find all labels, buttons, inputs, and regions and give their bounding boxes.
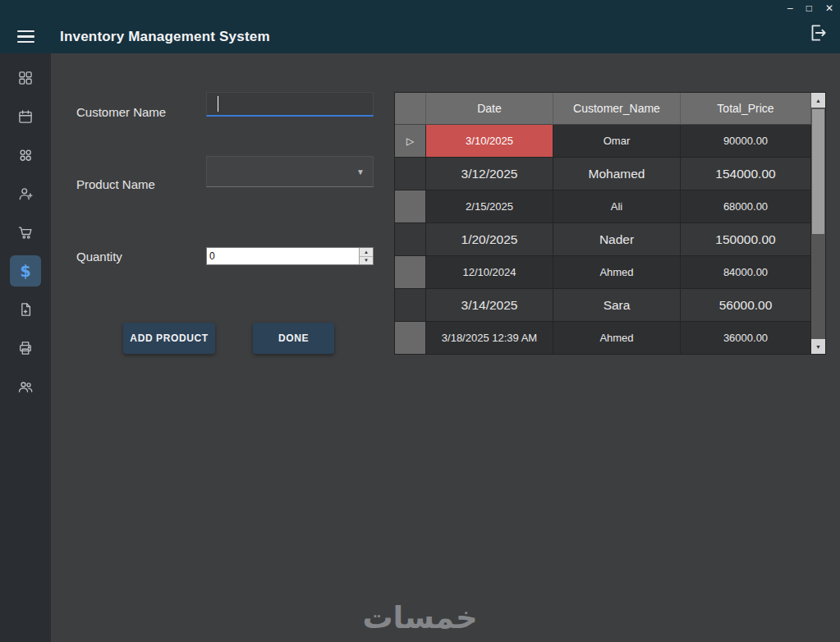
cart-icon — [10, 217, 41, 248]
total-cell[interactable]: 36000.00 — [681, 322, 811, 355]
scroll-down-button[interactable]: ▼ — [811, 339, 825, 354]
text-caret — [218, 96, 218, 112]
date-cell[interactable]: 3/12/2025 — [426, 158, 553, 190]
table-row[interactable]: 3/12/2025 Mohamed 154000.00 — [395, 158, 811, 190]
customer-cell[interactable]: Ali — [553, 190, 681, 223]
total-cell[interactable]: 90000.00 — [681, 125, 811, 158]
sidebar-item-sales[interactable]: $ — [0, 251, 51, 290]
total-cell[interactable]: 68000.00 — [681, 190, 811, 223]
product-name-label: Product Name — [76, 177, 155, 191]
window-controls: – □ ✕ — [787, 2, 833, 14]
sidebar-item-print[interactable] — [0, 328, 51, 367]
grid-body: ▷ 3/10/2025 Omar 90000.00 3/12/2025 Moha… — [395, 125, 811, 355]
customer-cell[interactable]: Mohamed — [553, 158, 681, 190]
minimize-button[interactable]: – — [787, 2, 793, 14]
customer-name-input[interactable] — [206, 92, 374, 117]
done-button[interactable]: DONE — [253, 323, 334, 354]
table-row[interactable]: ▷ 3/10/2025 Omar 90000.00 — [395, 125, 811, 158]
table-row[interactable]: 3/14/2025 Sara 56000.00 — [395, 289, 811, 322]
date-cell[interactable]: 12/10/2024 — [426, 256, 553, 289]
row-header-cell[interactable]: ▷ — [395, 125, 426, 158]
quantity-input[interactable] — [207, 248, 359, 264]
scroll-up-button[interactable]: ▲ — [811, 93, 825, 108]
vertical-scrollbar[interactable]: ▲ ▼ — [811, 93, 825, 354]
people-icon — [10, 371, 41, 402]
chevron-down-icon: ▼ — [356, 167, 365, 177]
quantity-label: Quantity — [76, 250, 122, 264]
sidebar-item-contacts[interactable] — [0, 135, 51, 174]
person-edit-icon — [10, 178, 41, 209]
spin-down-button[interactable]: ▼ — [360, 257, 373, 265]
customer-cell[interactable]: Sara — [553, 289, 681, 322]
date-cell[interactable]: 3/10/2025 — [426, 125, 553, 158]
total-cell[interactable]: 154000.00 — [681, 158, 811, 190]
row-header-cell[interactable] — [395, 158, 426, 190]
column-header-date[interactable]: Date — [426, 93, 553, 125]
app-window: – □ ✕ Inventory Management System — [0, 0, 840, 642]
table-corner-cell[interactable] — [395, 93, 426, 125]
sidebar-item-person[interactable] — [0, 174, 51, 213]
sidebar-item-dashboard[interactable] — [0, 58, 51, 97]
sidebar-item-cart[interactable] — [0, 213, 51, 251]
sales-table: Date Customer_Name Total_Price ▷ 3/10/20… — [394, 92, 826, 355]
dollar-glyph: $ — [20, 262, 30, 280]
quantity-stepper[interactable]: ▲ ▼ — [206, 247, 374, 265]
calendar-icon — [10, 101, 41, 132]
table-row[interactable]: 1/20/2025 Nader 150000.00 — [395, 223, 811, 256]
maximize-button[interactable]: □ — [806, 2, 812, 14]
customer-cell[interactable]: Omar — [553, 125, 681, 158]
date-cell[interactable]: 2/15/2025 — [426, 190, 553, 223]
dashboard-icon — [10, 62, 41, 94]
printer-icon — [10, 332, 41, 364]
row-header-cell[interactable] — [395, 190, 426, 223]
scrollbar-thumb[interactable] — [812, 109, 824, 234]
sidebar-item-report[interactable] — [0, 290, 51, 328]
column-header-customer-name[interactable]: Customer_Name — [553, 93, 681, 125]
dollar-icon: $ — [10, 255, 41, 287]
customer-name-label: Customer Name — [76, 105, 166, 119]
close-button[interactable]: ✕ — [825, 2, 833, 14]
date-cell[interactable]: 3/14/2025 — [426, 289, 553, 322]
sidebar-item-calendar[interactable] — [0, 97, 51, 135]
customer-cell[interactable]: Ahmed — [553, 322, 681, 355]
date-cell[interactable]: 1/20/2025 — [426, 223, 553, 256]
total-cell[interactable]: 84000.00 — [681, 256, 811, 289]
row-header-cell[interactable] — [395, 322, 426, 355]
customer-cell[interactable]: Ahmed — [553, 256, 681, 289]
current-row-indicator: ▷ — [406, 135, 414, 147]
date-cell[interactable]: 3/18/2025 12:39 AM — [426, 322, 553, 355]
total-cell[interactable]: 150000.00 — [681, 223, 811, 256]
product-name-dropdown[interactable]: ▼ — [206, 156, 374, 187]
table-header: Date Customer_Name Total_Price — [395, 93, 811, 125]
menu-icon[interactable] — [0, 30, 51, 44]
row-header-cell[interactable] — [395, 256, 426, 289]
logout-icon[interactable] — [807, 22, 829, 47]
row-header-cell[interactable] — [395, 223, 426, 256]
document-icon — [10, 294, 41, 325]
sidebar: $ — [0, 53, 51, 642]
row-header-cell[interactable] — [395, 289, 426, 322]
main-content: Customer Name Product Name ▼ Quantity ▲ … — [51, 53, 840, 642]
total-cell[interactable]: 56000.00 — [681, 289, 811, 322]
sidebar-item-customers[interactable] — [0, 367, 51, 406]
add-product-button[interactable]: ADD PRODUCT — [123, 323, 215, 354]
watermark-logo: خمسات — [51, 600, 789, 635]
page-title: Inventory Management System — [60, 29, 270, 45]
table-row[interactable]: 12/10/2024 Ahmed 84000.00 — [395, 256, 811, 289]
scrollbar-track[interactable] — [811, 108, 825, 339]
table-row[interactable]: 2/15/2025 Ali 68000.00 — [395, 190, 811, 223]
customer-cell[interactable]: Nader — [553, 223, 681, 256]
spin-up-button[interactable]: ▲ — [360, 248, 373, 257]
titlebar: – □ ✕ Inventory Management System — [0, 0, 840, 53]
app-header: Inventory Management System — [0, 20, 840, 53]
column-header-total-price[interactable]: Total_Price — [681, 93, 811, 125]
contacts-icon — [10, 140, 41, 171]
table-row[interactable]: 3/18/2025 12:39 AM Ahmed 36000.00 — [395, 322, 811, 355]
spinner-buttons: ▲ ▼ — [359, 248, 373, 264]
